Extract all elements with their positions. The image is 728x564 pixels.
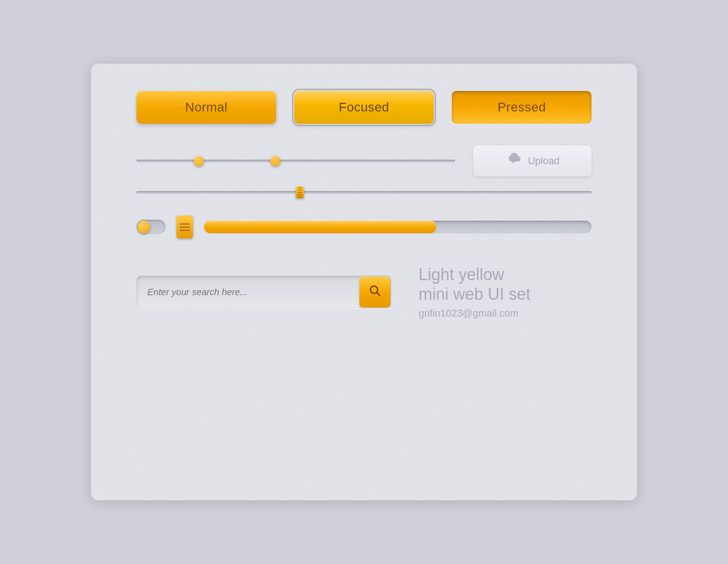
brand-title: Light yellowmini web UI set	[419, 265, 531, 304]
toggle-switch[interactable]	[136, 220, 166, 234]
slider-thumb-right[interactable]	[270, 156, 280, 166]
branding-text: Light yellowmini web UI set grifin1023@g…	[419, 265, 531, 319]
ui-card: Normal Focused Pressed	[91, 64, 637, 500]
dual-range-slider[interactable]	[136, 156, 455, 166]
focused-button[interactable]: Focused	[294, 91, 434, 124]
progress-bar-fill	[204, 221, 436, 233]
pressed-button[interactable]: Pressed	[452, 91, 592, 124]
brand-email: grifin1023@gmail.com	[419, 307, 531, 319]
sliders-section: Upload	[127, 146, 601, 194]
slider-thumb-rect[interactable]	[296, 186, 304, 198]
search-box	[136, 276, 391, 308]
single-slider[interactable]	[136, 191, 592, 194]
upload-label: Upload	[528, 155, 560, 167]
upload-cloud-icon	[505, 152, 521, 170]
buttons-row: Normal Focused Pressed	[127, 91, 601, 124]
search-bottom-row: Light yellowmini web UI set grifin1023@g…	[127, 265, 601, 319]
mini-slider-line-3	[180, 230, 190, 231]
search-icon	[369, 284, 381, 300]
mini-slider-line-2	[180, 227, 190, 228]
controls-row	[127, 216, 601, 238]
mini-slider-line-1	[180, 223, 190, 225]
normal-button[interactable]: Normal	[136, 91, 276, 124]
svg-line-3	[377, 292, 380, 296]
search-button[interactable]	[359, 277, 390, 307]
search-input[interactable]	[136, 287, 359, 297]
upload-button[interactable]: Upload	[473, 146, 592, 176]
slider-track-2	[136, 191, 592, 194]
progress-bar-track[interactable]	[204, 221, 592, 233]
mini-vertical-slider[interactable]	[177, 216, 193, 238]
slider-thumb-left[interactable]	[194, 156, 204, 166]
dual-slider-row: Upload	[136, 146, 592, 176]
toggle-knob	[137, 221, 150, 233]
slider-track	[136, 160, 455, 162]
